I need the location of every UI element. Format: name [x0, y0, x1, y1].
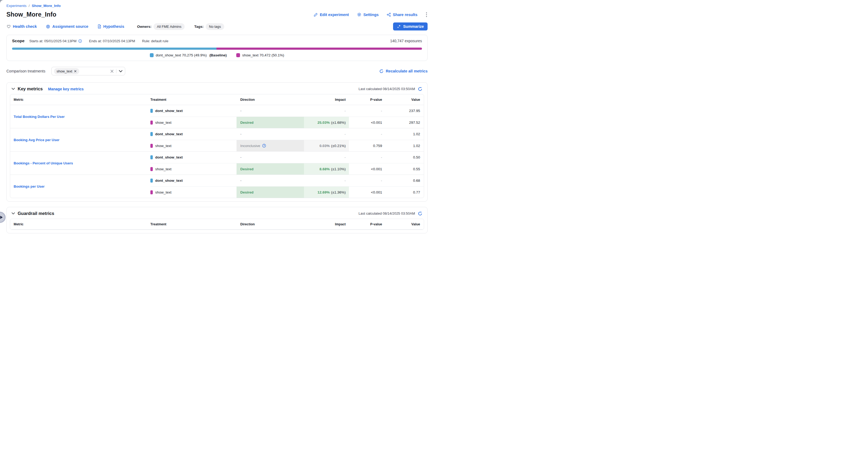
p-value-cell: - — [349, 175, 389, 186]
health-check-link[interactable]: Health check — [6, 24, 37, 29]
refresh-icon — [379, 69, 384, 73]
info-icon[interactable] — [78, 39, 82, 43]
impact-cell: - — [304, 152, 349, 163]
guardrail-metrics-collapse-toggle[interactable]: Guardrail metrics — [11, 211, 54, 216]
metric-value: 0.77 — [413, 190, 420, 194]
edit-experiment-button[interactable]: Edit experiment — [314, 12, 349, 17]
settings-button[interactable]: Settings — [357, 12, 379, 17]
impact-cell: - — [304, 128, 349, 140]
share-results-button[interactable]: Share results — [386, 12, 417, 17]
metric-link[interactable]: Bookings - Percent of Unique Users — [13, 161, 73, 165]
metric-value: 0.50 — [413, 155, 420, 159]
guardrail-metrics-last-calculated: Last calculated 08/14/2025 03:50AM — [359, 211, 415, 215]
metric-value: 0.68 — [413, 178, 420, 182]
metric-value: 237.95 — [409, 109, 420, 113]
summarize-button[interactable]: Summarize — [393, 23, 428, 31]
direction-cell: - — [237, 152, 304, 163]
kebab-menu-icon — [426, 12, 427, 17]
treatment-cell: dont_show_text — [150, 128, 237, 140]
hypothesis-link[interactable]: Hypothesis — [97, 24, 124, 29]
baseline-badge: (Baseline) — [210, 53, 227, 57]
treatment-swatch — [150, 167, 153, 171]
breadcrumb-current[interactable]: Show_More_Info — [32, 4, 61, 8]
chevron-down-icon — [11, 88, 15, 90]
scope-starts-at: Starts at: 05/01/2025 04:13PM — [29, 39, 82, 43]
breadcrumb-experiments[interactable]: Experiments — [6, 4, 27, 8]
impact-cell: 12.69% (±1.36%) — [304, 186, 349, 198]
direction-cell: Desired — [237, 163, 304, 174]
treatment-name: dont_show_text — [155, 178, 183, 182]
treatment-swatch — [150, 155, 153, 159]
guardrail-metrics-table-header: Metric Treatment Direction Impact P-valu… — [10, 219, 424, 230]
impact-confidence-interval: (±0.21%) — [331, 144, 346, 148]
empty-value: - — [345, 155, 346, 159]
treatment-swatch — [150, 144, 153, 148]
legend-item-baseline: dont_show_text 70,275 (49.9%) (Baseline) — [150, 53, 227, 57]
impact-value: 12.69% — [318, 190, 330, 194]
metric-link[interactable]: Total Booking Dollars Per User — [13, 115, 64, 119]
manage-key-metrics-link[interactable]: Manage key metrics — [48, 87, 84, 91]
share-icon — [386, 12, 391, 17]
help-icon[interactable]: ? — [262, 143, 266, 148]
impact-cell: - — [304, 175, 349, 186]
chip-remove-icon[interactable] — [74, 70, 76, 72]
breadcrumb-separator: / — [29, 4, 30, 8]
refresh-icon[interactable] — [418, 211, 423, 216]
baseline-bar-segment — [12, 47, 216, 50]
metric-value: 1.02 — [413, 132, 420, 136]
more-options-button[interactable] — [426, 12, 428, 17]
metric-cell: Booking Avg Price per User — [10, 128, 150, 151]
treatment-name: show_text — [155, 144, 172, 148]
comparison-treatments-select[interactable]: show_text — [51, 67, 125, 75]
document-icon — [97, 24, 101, 29]
recalculate-all-metrics-button[interactable]: Recalculate all metrics — [379, 69, 428, 73]
value-cell: 0.77 — [389, 186, 424, 198]
direction-cell: - — [237, 175, 304, 186]
metric-link[interactable]: Booking Avg Price per User — [13, 138, 59, 142]
empty-value: - — [381, 178, 382, 182]
chevron-down-icon[interactable] — [119, 70, 123, 72]
direction-label: Inconclusive — [240, 144, 260, 148]
empty-value: - — [381, 155, 382, 159]
owners-pill[interactable]: All FME Admins — [154, 23, 185, 30]
value-cell: 0.50 — [389, 152, 424, 163]
treatment-cell: show_text — [150, 140, 237, 151]
clear-selection-icon[interactable] — [110, 69, 114, 73]
refresh-icon[interactable] — [418, 87, 423, 92]
treatment-name: show_text — [155, 167, 172, 171]
key-metrics-collapse-toggle[interactable]: Key metrics — [11, 86, 43, 92]
impact-cell: - — [304, 105, 349, 116]
sparkle-icon — [397, 24, 401, 29]
metric-link[interactable]: Bookings per User — [13, 184, 45, 189]
treatment-cell: dont_show_text — [150, 175, 237, 186]
baseline-swatch — [150, 53, 154, 57]
impact-confidence-interval: (±1.10%) — [331, 167, 346, 171]
play-triangle-icon — [0, 215, 3, 219]
gear-icon — [357, 12, 362, 17]
treatment-chip[interactable]: show_text — [54, 68, 80, 74]
assignment-source-link[interactable]: Assignment source — [46, 24, 88, 29]
treatment-name: show_text — [155, 121, 172, 125]
value-cell: 297.52 — [389, 116, 424, 128]
key-metrics-table: Metric Treatment Direction Impact P-valu… — [10, 94, 424, 198]
p-value: <0.001 — [371, 190, 382, 194]
p-value: <0.001 — [371, 121, 382, 125]
p-value-cell: - — [349, 128, 389, 140]
exposure-split-bar — [12, 47, 422, 50]
impact-value: 0.03% — [319, 144, 330, 148]
tags-pill[interactable]: No tags — [206, 23, 224, 30]
direction-cell: Desired — [237, 116, 304, 128]
empty-value: - — [240, 178, 242, 182]
scope-exposures: 140,747 exposures — [390, 39, 422, 43]
owners-label: Owners: — [137, 25, 151, 29]
treatment-cell: dont_show_text — [150, 105, 237, 116]
impact-cell: 0.03% (±0.21%) — [304, 140, 349, 151]
direction-cell: Inconclusive? — [237, 140, 304, 151]
guardrail-metrics-section: Guardrail metrics Last calculated 08/14/… — [6, 207, 428, 233]
empty-value: - — [381, 132, 382, 136]
impact-confidence-interval: (±1.36%) — [331, 190, 346, 194]
impact-confidence-interval: (±1.68%) — [331, 121, 346, 125]
metric-group: Total Booking Dollars Per Userdont_show_… — [10, 105, 424, 128]
comparison-treatments-label: Comparison treatments — [6, 69, 45, 73]
p-value-cell: <0.001 — [349, 116, 389, 128]
